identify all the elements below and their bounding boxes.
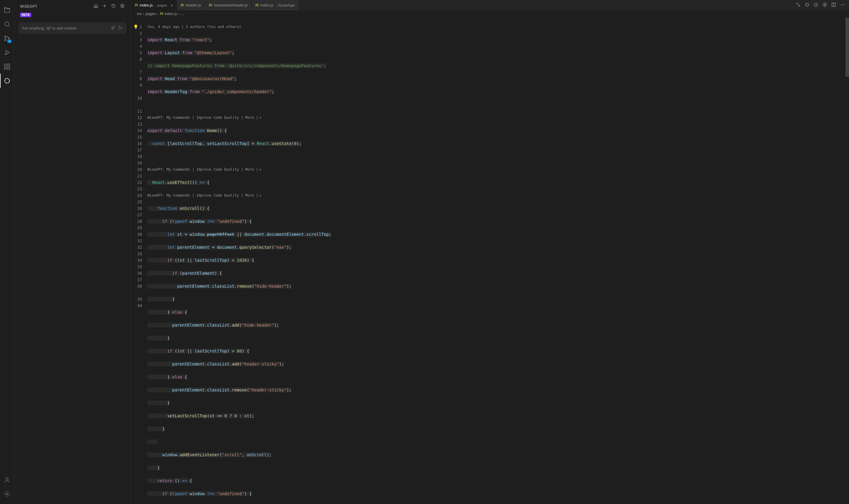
tab-label: index.js — [140, 3, 153, 7]
line-number: 8 — [131, 75, 142, 82]
breadcrumb-part[interactable]: ... — [181, 12, 184, 16]
codelens[interactable]: WiseGPT: My Commands | Improve Code Qual… — [147, 192, 846, 199]
line-number: 11 — [131, 108, 142, 114]
close-icon[interactable]: ✕ — [259, 114, 261, 121]
nav-forward-icon[interactable] — [814, 2, 818, 8]
account-icon[interactable] — [0, 473, 14, 487]
user-icon[interactable] — [120, 3, 125, 9]
line-number: 30 — [131, 231, 142, 237]
scroll-thumb[interactable] — [846, 18, 849, 77]
line-number: 3 — [131, 37, 142, 43]
line-number: 31 — [131, 237, 142, 244]
sidebar-header-actions — [93, 3, 125, 9]
line-number: 32 — [131, 244, 142, 251]
nav-back-icon[interactable] — [805, 2, 810, 8]
codelens[interactable]: WiseGPT: My Commands | Improve Code Qual… — [147, 166, 846, 173]
breadcrumb-part[interactable]: pages — [146, 12, 156, 16]
line-number: 33 — [131, 251, 142, 257]
line-number: 27 — [131, 212, 142, 218]
editor-area: JS index.js .../pages × JS header.js JS … — [131, 0, 849, 504]
line-number: 19 — [131, 160, 142, 166]
line-number: 35 — [131, 264, 142, 270]
close-icon[interactable]: ✕ — [259, 166, 261, 173]
line-number: 14 — [131, 127, 142, 134]
activity-bar: 4 — [0, 0, 14, 504]
tab-path: .../pages — [155, 3, 167, 7]
line-numbers: 1 2 3 4 5 6 7 8 9 10 11 12 13 14 15 16 1… — [131, 17, 147, 504]
debug-icon[interactable] — [0, 46, 14, 59]
wisegpt-icon[interactable] — [0, 74, 14, 88]
tab-label: index.js — [260, 3, 273, 7]
line-number: 12 — [131, 114, 142, 121]
ask-input[interactable] — [22, 26, 111, 30]
tab-index-pages[interactable]: JS index.js .../pages × — [131, 0, 177, 10]
chevron-right-icon: › — [179, 12, 180, 16]
run-icon[interactable] — [823, 2, 827, 8]
line-number: 26 — [131, 205, 142, 212]
line-number: 28 — [131, 218, 142, 224]
chevron-right-icon: › — [157, 12, 158, 16]
svg-point-4 — [5, 54, 5, 55]
split-icon[interactable] — [831, 2, 836, 8]
tab-label: header.js — [186, 3, 201, 7]
svg-rect-5 — [4, 64, 6, 66]
svg-rect-7 — [8, 67, 10, 69]
ask-input-container[interactable] — [18, 22, 126, 34]
close-icon[interactable]: × — [170, 3, 173, 8]
breadcrumb[interactable]: src › pages › JS index.js › ... — [131, 10, 849, 17]
sidebar-title: WISEGPT — [20, 4, 37, 8]
line-number: 40 — [131, 302, 142, 309]
tab-index-guidepage[interactable]: JS index.js .../GuidePage — [251, 0, 299, 10]
breadcrumb-part[interactable]: index.js — [164, 12, 178, 16]
add-icon[interactable] — [102, 3, 107, 9]
svg-rect-6 — [4, 67, 6, 69]
line-number: 16 — [131, 140, 142, 147]
scrollbar[interactable] — [846, 17, 849, 504]
sidebar-header: WISEGPT — [14, 0, 131, 12]
extensions-icon[interactable] — [0, 59, 14, 74]
tab-markdown-header[interactable]: JS markdownHeader.js — [205, 0, 251, 10]
settings-icon[interactable] — [0, 487, 14, 501]
tab-path: .../GuidePage — [275, 3, 295, 7]
home-icon[interactable] — [93, 3, 98, 9]
lightbulb-icon[interactable]: 💡 — [133, 23, 138, 30]
breadcrumb-part[interactable]: src — [137, 12, 142, 16]
svg-point-11 — [6, 493, 8, 495]
close-icon[interactable]: ✕ — [259, 192, 261, 199]
svg-point-3 — [8, 38, 10, 39]
line-number: 38 — [131, 283, 142, 289]
svg-point-0 — [5, 22, 9, 26]
explorer-icon[interactable] — [0, 3, 14, 17]
search-icon[interactable] — [0, 17, 14, 31]
code-editor[interactable]: 💡 1 2 3 4 5 6 7 8 9 10 11 12 13 14 15 16… — [131, 17, 849, 504]
line-number: 10 — [131, 95, 142, 102]
line-number: 22 — [131, 179, 142, 186]
codelens[interactable]: WiseGPT: My Commands | Improve Code Qual… — [147, 114, 846, 121]
line-number: 36 — [131, 270, 142, 276]
compare-icon[interactable] — [796, 2, 801, 8]
attach-icon[interactable] — [111, 25, 115, 31]
history-icon[interactable] — [111, 3, 116, 9]
svg-point-19 — [842, 4, 843, 5]
line-number: 20 — [131, 166, 142, 173]
tab-header[interactable]: JS header.js — [177, 0, 205, 10]
svg-point-1 — [4, 36, 6, 37]
svg-point-2 — [4, 39, 6, 41]
code-content[interactable]: You, 4 days ago | 3 authors (You and oth… — [147, 17, 846, 504]
svg-point-16 — [823, 3, 827, 6]
line-number: 34 — [131, 257, 142, 264]
send-icon[interactable] — [118, 25, 123, 31]
line-number: 9 — [131, 82, 142, 88]
editor-actions — [792, 0, 849, 10]
line-number: 24 — [131, 192, 142, 199]
line-number: 6 — [131, 56, 142, 62]
line-number: 37 — [131, 276, 142, 283]
more-icon[interactable] — [840, 2, 845, 8]
tabs: JS index.js .../pages × JS header.js JS … — [131, 0, 849, 10]
git-blame[interactable]: You, 4 days ago | 3 authors (You and oth… — [147, 23, 846, 30]
line-number: 39 — [131, 296, 142, 302]
svg-point-15 — [814, 3, 818, 6]
chevron-right-icon: › — [143, 12, 144, 16]
js-file-icon: JS — [160, 12, 163, 15]
source-control-icon[interactable]: 4 — [0, 31, 14, 46]
